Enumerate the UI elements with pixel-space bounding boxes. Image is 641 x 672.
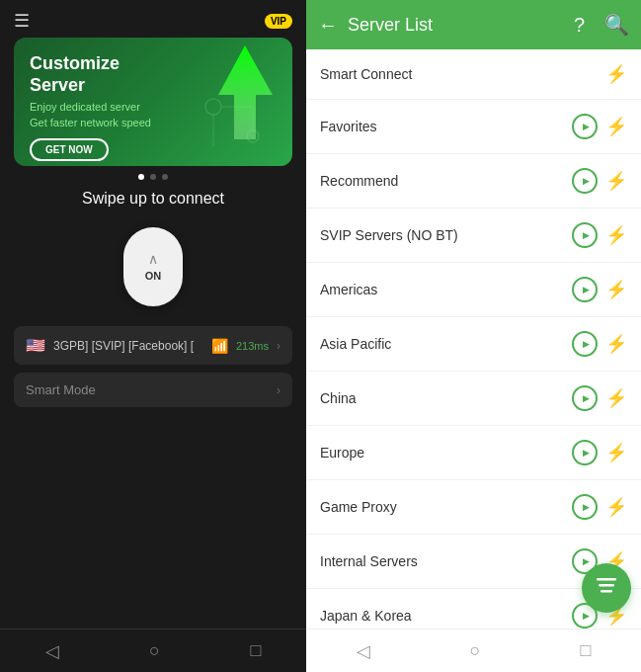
left-nav-bar: ◁ ○ □ (0, 629, 306, 672)
latency-badge: 213ms (236, 340, 269, 352)
get-now-button[interactable]: GET NOW (30, 138, 109, 161)
dot-3[interactable] (162, 174, 168, 180)
swipe-text: Swipe up to connect (0, 190, 306, 208)
server-list-header: ← Server List ? 🔍 (306, 0, 641, 49)
bolt-icon: ⚡ (605, 116, 627, 137)
play-icon[interactable] (572, 494, 598, 520)
header-title: Server List (348, 15, 554, 36)
server-list: Smart Connect ⚡ Favorites ⚡ Recommend ⚡ … (306, 49, 641, 629)
carousel-dots (0, 174, 306, 180)
hamburger-icon[interactable]: ☰ (14, 10, 30, 32)
search-icon[interactable]: 🔍 (604, 13, 629, 37)
mode-bar[interactable]: Smart Mode › (14, 373, 292, 407)
server-item-smart-connect[interactable]: Smart Connect ⚡ (306, 49, 641, 100)
server-info-text: 3GPB] [SVIP] [Facebook] [ (53, 339, 203, 353)
back-nav-icon[interactable]: ◁ (45, 640, 59, 662)
svg-rect-6 (597, 578, 616, 581)
bolt-icon: ⚡ (605, 279, 627, 300)
server-name: Internal Servers (320, 553, 572, 569)
help-icon[interactable]: ? (574, 14, 585, 37)
bolt-icon: ⚡ (605, 333, 627, 355)
server-item-china[interactable]: China ⚡ (306, 372, 641, 426)
mode-chevron-icon: › (277, 383, 280, 397)
home-nav-icon[interactable]: ○ (149, 640, 160, 661)
server-item-recommend[interactable]: Recommend ⚡ (306, 154, 641, 209)
recents-nav-icon[interactable]: □ (250, 640, 261, 661)
svg-rect-7 (599, 584, 614, 587)
play-icon[interactable] (572, 114, 598, 139)
play-icon[interactable] (572, 440, 598, 465)
bolt-icon: ⚡ (605, 387, 627, 409)
home-nav-icon[interactable]: ○ (470, 640, 481, 661)
toggle-area: ∧ ON (0, 227, 306, 306)
us-flag-icon: 🇺🇸 (26, 336, 45, 355)
svg-rect-8 (601, 590, 612, 593)
left-header: ☰ VIP (0, 0, 306, 38)
svg-point-2 (247, 130, 259, 142)
server-name: Americas (320, 282, 572, 297)
server-item-svip[interactable]: SVIP Servers (NO BT) ⚡ (306, 209, 641, 263)
mode-text: Smart Mode (26, 382, 96, 397)
server-item-asia-pacific[interactable]: Asia Pacific ⚡ (306, 317, 641, 372)
dot-2[interactable] (150, 174, 156, 180)
bolt-icon: ⚡ (605, 63, 627, 85)
server-name: Smart Connect (320, 66, 605, 82)
bolt-icon: ⚡ (605, 170, 627, 192)
bolt-icon: ⚡ (605, 224, 627, 246)
bolt-icon: ⚡ (605, 496, 627, 518)
connect-toggle[interactable]: ∧ ON (123, 227, 183, 306)
right-nav-bar: ◁ ○ □ (306, 629, 641, 672)
server-name: Europe (320, 445, 572, 461)
filter-float-button[interactable] (582, 563, 631, 613)
bolt-icon: ⚡ (605, 442, 627, 463)
toggle-label: ON (145, 270, 162, 282)
right-panel-wrapper: ← Server List ? 🔍 Smart Connect ⚡ Favori… (306, 0, 641, 672)
recents-nav-icon[interactable]: □ (581, 640, 592, 661)
server-name: SVIP Servers (NO BT) (320, 227, 572, 243)
server-item-favorites[interactable]: Favorites ⚡ (306, 100, 641, 154)
filter-icon (597, 578, 616, 599)
chevron-right-icon: › (277, 339, 280, 353)
left-panel: ☰ VIP Customize Server Enjoy dedicated s… (0, 0, 306, 672)
server-item-europe[interactable]: Europe ⚡ (306, 426, 641, 480)
vip-badge[interactable]: VIP (265, 14, 292, 29)
server-name: China (320, 390, 572, 406)
play-icon[interactable] (572, 385, 598, 411)
play-icon[interactable] (572, 168, 598, 194)
server-name: Recommend (320, 173, 572, 189)
play-icon[interactable] (572, 277, 598, 302)
signal-icon: 📶 (211, 338, 228, 354)
chevron-up-icon: ∧ (148, 252, 158, 266)
dot-1[interactable] (138, 174, 144, 180)
server-name: Asia Pacific (320, 336, 572, 352)
server-name: Game Proxy (320, 499, 572, 515)
play-icon[interactable] (572, 222, 598, 248)
play-icon[interactable] (572, 331, 598, 357)
server-bar[interactable]: 🇺🇸 3GPB] [SVIP] [Facebook] [ 📶 213ms › (14, 326, 292, 365)
server-item-game-proxy[interactable]: Game Proxy ⚡ (306, 480, 641, 535)
promo-banner: Customize Server Enjoy dedicated server … (14, 38, 292, 166)
server-name: Favorites (320, 119, 572, 134)
circuit-decoration (194, 87, 292, 166)
back-button[interactable]: ← (318, 14, 338, 37)
svg-point-1 (205, 99, 221, 115)
server-item-americas[interactable]: Americas ⚡ (306, 263, 641, 317)
server-name: Japan & Korea (320, 608, 572, 624)
back-nav-icon[interactable]: ◁ (357, 640, 370, 662)
